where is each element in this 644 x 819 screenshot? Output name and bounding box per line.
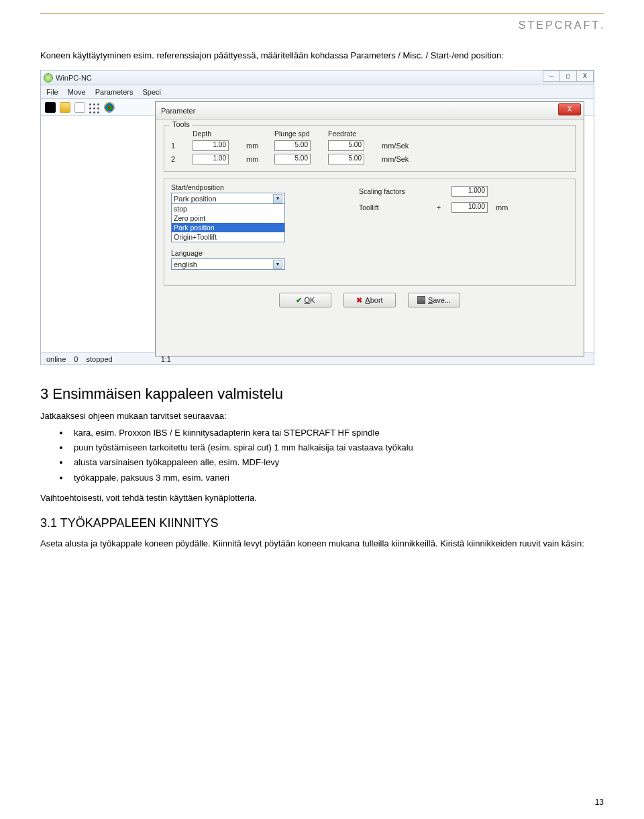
language-value: english — [174, 260, 197, 269]
grid-icon[interactable] — [89, 102, 100, 113]
tool1-plunge-input[interactable]: 5.00 — [274, 140, 311, 151]
opt-origin[interactable]: Origin+Toollift — [172, 232, 284, 242]
opt-park[interactable]: Park position — [172, 223, 284, 232]
scaling-label: Scaling factors — [359, 187, 426, 195]
tool2-feed-input[interactable]: 5.00 — [328, 154, 364, 164]
new-icon[interactable] — [74, 102, 85, 113]
tools-legend: Tools — [170, 120, 193, 128]
settings-icon[interactable] — [104, 102, 115, 113]
toollift-label: Toollift — [359, 203, 426, 211]
app-window: WinPC-NC — □ X File Move Parameters Spec… — [40, 70, 594, 365]
subsection-heading: 3.1 TYÖKAPPALEEN KIINNITYS — [40, 516, 604, 530]
unit-rate2: mm/Sek — [382, 155, 422, 163]
hdr-plunge: Plunge spd — [274, 130, 321, 138]
list-item: kara, esim. Proxxon IBS / E kiinnitysada… — [70, 426, 604, 440]
stop-icon[interactable] — [45, 102, 56, 113]
startend-label: Start/endposition — [171, 183, 345, 191]
bullet-list: kara, esim. Proxxon IBS / E kiinnitysada… — [40, 426, 604, 485]
check-icon: ✔ — [296, 296, 302, 305]
close-button[interactable]: X — [576, 70, 594, 82]
app-icon — [44, 73, 53, 83]
dialog-title: Parameter — [161, 107, 195, 115]
opt-zero[interactable]: Zero point — [172, 213, 284, 223]
x-icon: ✖ — [356, 296, 362, 305]
unit-mm2: mm — [246, 155, 268, 163]
parameter-dialog: Parameter X Tools Depth Plunge spd Feedr… — [155, 101, 584, 356]
menu-special[interactable]: Speci — [143, 88, 162, 96]
dialog-close-button[interactable]: X — [558, 103, 581, 115]
startend-combo[interactable]: Park position ▾ — [171, 193, 285, 204]
tool2-plunge-input[interactable]: 5.00 — [274, 154, 311, 164]
startend-combo-value: Park position — [174, 195, 217, 203]
tools-fieldset: Tools Depth Plunge spd Feedrate 1 1.00 m… — [164, 125, 576, 172]
tool2-depth-input[interactable]: 1.00 — [193, 154, 229, 164]
brand-dot: . — [600, 18, 604, 32]
tool-row2-num: 2 — [171, 155, 186, 163]
tool1-feed-input[interactable]: 5.00 — [328, 140, 364, 151]
hdr-depth: Depth — [193, 130, 239, 138]
menu-move[interactable]: Move — [68, 88, 86, 96]
app-menubar: File Move Parameters Speci — [41, 85, 594, 99]
dialog-titlebar: Parameter X — [156, 102, 584, 119]
ok-button[interactable]: ✔OK — [279, 293, 331, 307]
status-state: stopped — [86, 355, 112, 363]
app-titlebar: WinPC-NC — □ X — [41, 70, 594, 85]
tool1-depth-input[interactable]: 1.00 — [193, 140, 229, 151]
menu-file[interactable]: File — [46, 88, 58, 96]
open-icon[interactable] — [60, 102, 70, 113]
toollift-prefix: + — [434, 203, 443, 211]
list-item: työkappale, paksuus 3 mm, esim. vaneri — [70, 471, 604, 485]
disk-icon — [417, 296, 425, 304]
section-alt: Vaihtoehtoisesti, voit tehdä testin käyt… — [40, 493, 604, 503]
hdr-feedrate: Feedrate — [328, 130, 375, 138]
intro-paragraph: Koneen käyttäytyminen esim. referenssiaj… — [40, 50, 604, 62]
unit-rate: mm/Sek — [382, 142, 422, 150]
toollift-input[interactable]: 10.00 — [451, 202, 488, 213]
save-button[interactable]: Save... — [408, 293, 460, 307]
app-title: WinPC-NC — [56, 74, 92, 82]
section-lead: Jatkaaksesi ohjeen mukaan tarvitset seur… — [40, 411, 604, 421]
status-online: online — [46, 355, 66, 363]
startend-listbox[interactable]: stop Zero point Park position Origin+Too… — [171, 203, 285, 242]
opt-stop[interactable]: stop — [172, 204, 284, 213]
minimize-button[interactable]: — — [543, 70, 560, 82]
abort-button[interactable]: ✖Abort — [343, 293, 396, 307]
language-combo[interactable]: english ▾ — [171, 258, 285, 270]
language-label: Language — [171, 249, 345, 257]
status-line: 0 — [74, 355, 78, 363]
chevron-down-icon[interactable]: ▾ — [273, 194, 282, 203]
misc-fieldset: Start/endposition Park position ▾ stop Z… — [164, 179, 576, 286]
chevron-down-icon-2[interactable]: ▾ — [273, 260, 282, 269]
tool-row1-num: 1 — [171, 142, 186, 150]
scaling-input[interactable]: 1.000 — [451, 186, 488, 197]
page-number: 13 — [595, 798, 604, 807]
maximize-button[interactable]: □ — [559, 70, 577, 82]
menu-parameters[interactable]: Parameters — [95, 88, 133, 96]
list-item: alusta varsinaisen työkappaleen alle, es… — [70, 456, 604, 469]
brand-header: STEPCRAFT. — [40, 13, 604, 35]
list-item: puun työstämiseen tarkoitettu terä (esim… — [70, 441, 604, 454]
section-heading: 3 Ensimmäisen kappaleen valmistelu — [40, 385, 604, 403]
unit-mm: mm — [246, 142, 268, 150]
subsection-paragraph: Aseta alusta ja työkappale koneen pöydäl… — [40, 538, 604, 548]
toollift-unit: mm — [496, 203, 508, 211]
brand-logo: STEPCRAFT — [519, 19, 600, 32]
